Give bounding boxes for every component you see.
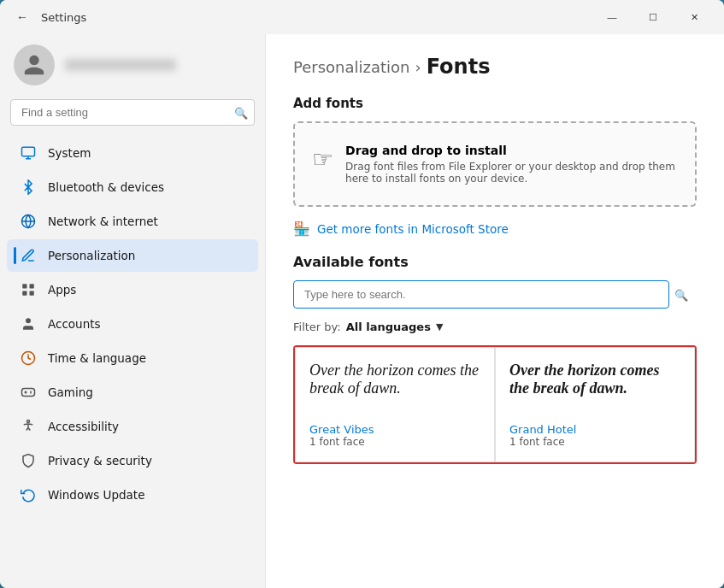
apps-label: Apps	[48, 283, 76, 297]
font-name-grand-hotel: Grand Hotel	[509, 423, 680, 436]
bluetooth-icon	[21, 179, 36, 195]
store-icon: 🏪	[293, 220, 310, 237]
update-icon	[21, 487, 36, 503]
bluetooth-label: Bluetooth & devices	[48, 180, 164, 194]
accessibility-icon	[21, 419, 36, 434]
filter-dropdown-arrow[interactable]: ▼	[436, 321, 443, 332]
svg-rect-4	[22, 291, 26, 296]
window-title: Settings	[41, 11, 86, 24]
user-section	[0, 34, 265, 99]
username	[65, 59, 176, 71]
nav-update[interactable]: Windows Update	[7, 479, 258, 511]
font-search-input[interactable]	[293, 280, 669, 309]
available-fonts-title: Available fonts	[293, 254, 697, 270]
drop-title: Drag and drop to install	[345, 144, 678, 157]
font-sample-grand-hotel: Over the horizon comes the break of dawn…	[509, 362, 680, 413]
breadcrumb-separator: ›	[415, 58, 421, 76]
network-icon	[21, 214, 36, 229]
nav-privacy[interactable]: Privacy & security	[7, 444, 258, 477]
nav-apps[interactable]: Apps	[7, 273, 258, 306]
nav-gaming[interactable]: Gaming	[7, 376, 258, 409]
nav-accounts[interactable]: Accounts	[7, 308, 258, 340]
gaming-icon	[21, 385, 36, 400]
network-label: Network & internet	[48, 215, 158, 228]
font-card-great-vibes[interactable]: Over the horizon comes the break of dawn…	[295, 347, 495, 462]
store-link[interactable]: 🏪 Get more fonts in Microsoft Store	[293, 220, 697, 237]
apps-icon	[21, 282, 36, 297]
system-label: System	[48, 146, 91, 160]
minimize-button[interactable]: —	[592, 3, 632, 31]
font-sample-great-vibes: Over the horizon comes the break of dawn…	[309, 362, 480, 413]
update-label: Windows Update	[48, 488, 144, 502]
svg-rect-8	[22, 389, 35, 397]
content-area: 🔍 System Bluetooth & devices Network	[0, 34, 724, 588]
font-card-grand-hotel[interactable]: Over the horizon comes the break of dawn…	[495, 347, 695, 462]
font-faces-great-vibes: 1 font face	[309, 436, 480, 448]
window-controls: — ☐ ✕	[592, 3, 714, 31]
main-content: Personalization › Fonts Add fonts ☞ Drag…	[265, 34, 724, 588]
maximize-button[interactable]: ☐	[633, 3, 673, 31]
breadcrumb-parent: Personalization	[293, 58, 409, 76]
drop-zone[interactable]: ☞ Drag and drop to install Drag font fil…	[293, 121, 697, 207]
sidebar: 🔍 System Bluetooth & devices Network	[0, 34, 265, 588]
breadcrumb: Personalization › Fonts	[293, 55, 697, 79]
accessibility-label: Accessibility	[48, 420, 119, 433]
time-label: Time & language	[48, 351, 146, 365]
nav-time[interactable]: Time & language	[7, 342, 258, 374]
drop-description: Drag font files from File Explorer or yo…	[345, 161, 678, 185]
store-link-label: Get more fonts in Microsoft Store	[317, 222, 509, 236]
search-input[interactable]	[10, 99, 255, 126]
time-icon	[21, 350, 36, 366]
personalization-label: Personalization	[48, 249, 135, 262]
avatar	[14, 44, 55, 85]
system-icon	[21, 145, 36, 161]
add-fonts-title: Add fonts	[293, 96, 697, 111]
personalization-icon	[21, 248, 36, 263]
accounts-label: Accounts	[48, 317, 101, 331]
svg-point-9	[27, 420, 30, 423]
svg-rect-0	[22, 147, 35, 156]
font-name-great-vibes: Great Vibes	[309, 423, 480, 436]
nav-accessibility[interactable]: Accessibility	[7, 410, 258, 443]
close-button[interactable]: ✕	[674, 3, 714, 31]
privacy-label: Privacy & security	[48, 454, 152, 467]
back-button[interactable]: ←	[10, 5, 34, 29]
nav-bluetooth[interactable]: Bluetooth & devices	[7, 171, 258, 203]
privacy-icon	[21, 453, 36, 468]
nav-network[interactable]: Network & internet	[7, 205, 258, 238]
sidebar-search-container: 🔍	[10, 99, 255, 126]
filter-label: Filter by:	[293, 320, 341, 333]
settings-window: ← Settings — ☐ ✕ 🔍	[0, 0, 724, 588]
font-search-icon: 🔍	[674, 288, 688, 301]
font-search-container: 🔍	[293, 280, 697, 309]
svg-point-6	[26, 318, 31, 323]
accounts-icon	[21, 316, 36, 332]
svg-rect-2	[22, 284, 26, 288]
svg-rect-5	[30, 291, 34, 296]
nav-personalization[interactable]: Personalization	[7, 239, 258, 272]
svg-rect-3	[30, 284, 34, 288]
page-title: Fonts	[427, 55, 491, 79]
nav-system[interactable]: System	[7, 137, 258, 169]
gaming-label: Gaming	[48, 385, 93, 399]
font-grid: Over the horizon comes the break of dawn…	[293, 345, 697, 464]
titlebar: ← Settings — ☐ ✕	[0, 0, 724, 34]
font-faces-grand-hotel: 1 font face	[509, 436, 680, 448]
drop-text: Drag and drop to install Drag font files…	[345, 144, 678, 185]
drop-icon: ☞	[312, 145, 333, 173]
filter-bar: Filter by: All languages ▼	[293, 320, 697, 333]
search-icon[interactable]: 🔍	[234, 106, 248, 119]
filter-value[interactable]: All languages	[346, 320, 431, 333]
